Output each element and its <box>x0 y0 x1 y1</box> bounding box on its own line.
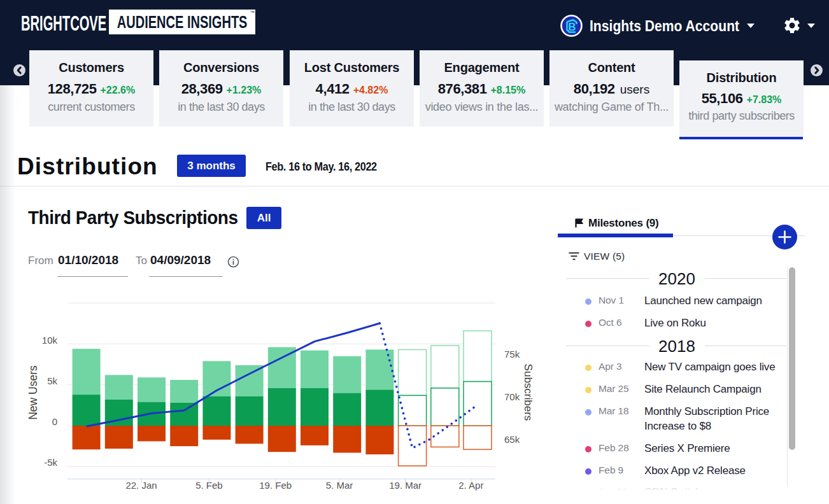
svg-text:75k: 75k <box>504 349 520 360</box>
svg-text:Subscribers: Subscribers <box>522 364 534 421</box>
svg-text:B: B <box>568 21 576 33</box>
svg-text:70k: 70k <box>504 391 520 402</box>
svg-text:-5k: -5k <box>44 457 57 468</box>
svg-text:65k: 65k <box>504 434 520 445</box>
svg-text:0: 0 <box>52 416 57 427</box>
svg-text:New Users: New Users <box>27 365 39 420</box>
svg-text:10k: 10k <box>42 335 58 346</box>
svg-text:5k: 5k <box>47 375 57 386</box>
